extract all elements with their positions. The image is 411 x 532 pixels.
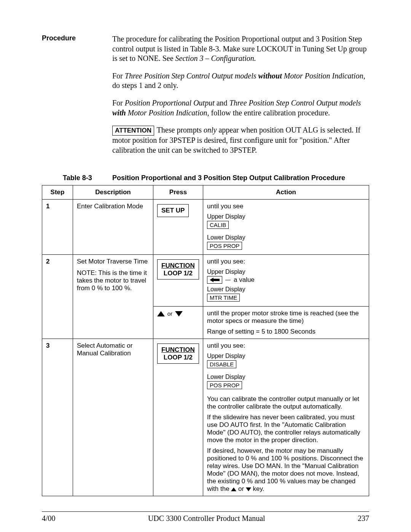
action-cell: until you see: Upper Display a value Low… [203, 255, 369, 307]
button-line2: LOOP 1/2 [164, 354, 193, 361]
function-button-icon: FUNCTION LOOP 1/2 [157, 343, 199, 364]
step-number: 1 [42, 200, 73, 255]
step-empty [42, 307, 73, 339]
calibration-table: Step Description Press Action 1 Enter Ca… [42, 185, 369, 496]
intro-p3: For Position Proportional Output and Thr… [112, 98, 369, 118]
lower-display-label: Lower Display [207, 286, 365, 293]
table-row: 3 Select Automatic or Manual Calibration… [42, 339, 369, 496]
intro-p3-b: Position Proportional Output [125, 99, 215, 107]
intro-p3-e: with [112, 109, 126, 117]
upper-display-value: CALIB [207, 221, 229, 229]
triangle-up-icon [231, 487, 236, 491]
p3-b: or [236, 485, 246, 492]
setup-button-icon: SET UP [157, 204, 189, 217]
desc-line1: Set Motor Traverse Time [77, 258, 149, 265]
until-text: until you see: [207, 342, 365, 350]
table-number: Table 8-3 [63, 174, 112, 182]
p3-a: If desired, however, the motor may be ma… [207, 447, 363, 492]
step-description: Select Automatic or Manual Calibration [73, 339, 153, 496]
action-para-1: You can calibrate the controller output … [207, 395, 365, 411]
intro-p2-b: Three Position Step Control Output model… [125, 72, 258, 80]
action-cell: until you see Upper Display CALIB Lower … [203, 200, 369, 255]
arrow-left-icon [210, 277, 220, 283]
intro-p4-b: only [204, 126, 217, 134]
footer-page-number: 237 [358, 514, 369, 523]
button-line1: FUNCTION [161, 346, 195, 353]
intro-p3-c: and [215, 99, 229, 107]
step-number: 3 [42, 339, 73, 496]
footer-rule [42, 511, 369, 512]
table-header-row: Step Description Press Action [42, 185, 369, 200]
intro-p2-e: do steps 1 and 2 only. [112, 81, 178, 89]
action-para-2: If the slidewire has never been calibrat… [207, 414, 365, 444]
intro-p2-d: Motor Position Indication, [282, 72, 365, 80]
table-row: 1 Enter Calibration Mode SET UP until yo… [42, 200, 369, 255]
upper-display-label: Upper Display [207, 213, 365, 220]
intro-body: The procedure for calibrating the Positi… [112, 34, 369, 163]
intro-p1-ref: Section 3 – Configuration. [175, 54, 256, 62]
until-text: until you see: [207, 258, 365, 265]
upper-display-label: Upper Display [207, 268, 365, 275]
intro-p2-a: For [112, 72, 125, 80]
lower-display-value: POS PROP [207, 381, 242, 389]
or-text: or [167, 310, 172, 317]
table-row: or until the proper motor stroke time is… [42, 307, 369, 339]
triangle-down-icon [175, 311, 183, 316]
attention-box: ATTENTION [112, 126, 154, 136]
step-number: 2 [42, 255, 73, 307]
function-button-icon: FUNCTION LOOP 1/2 [157, 259, 199, 280]
header-step: Step [42, 185, 73, 200]
table-caption: Table 8-3Position Proportional and 3 Pos… [63, 174, 369, 182]
table-row: 2 Set Motor Traverse Time NOTE: This is … [42, 255, 369, 307]
footer-date: 4/00 [42, 514, 56, 523]
desc-note: NOTE: This is the time it takes the moto… [77, 269, 149, 292]
desc-empty [73, 307, 153, 339]
page: Procedure The procedure for calibrating … [0, 0, 411, 532]
press-cell: or [153, 307, 203, 339]
until-text: until you see [207, 203, 365, 210]
press-cell: FUNCTION LOOP 1/2 [153, 255, 203, 307]
intro-p3-d: Three Position Step Control Output model… [229, 99, 361, 107]
page-footer: 4/00 UDC 3300 Controller Product Manual … [42, 514, 369, 532]
lower-display-value: MTR TIME [207, 294, 240, 302]
header-description: Description [73, 185, 153, 200]
value-indicator: a value [207, 276, 365, 284]
footer-title: UDC 3300 Controller Product Manual [148, 514, 265, 523]
intro-row: Procedure The procedure for calibrating … [42, 34, 369, 163]
procedure-heading: Procedure [42, 34, 112, 42]
upper-display-value: DISABLE [207, 360, 236, 368]
lower-display-value: POS PROP [207, 242, 242, 250]
p3-c: key. [251, 485, 264, 492]
svg-marker-0 [210, 278, 220, 282]
step-description: Enter Calibration Mode [73, 200, 153, 255]
lower-display-label: Lower Display [207, 234, 365, 241]
action-cell: until the proper motor stroke time is re… [203, 307, 369, 339]
lower-display-label: Lower Display [207, 374, 365, 380]
header-press: Press [153, 185, 203, 200]
intro-p2-c: without [258, 72, 282, 80]
action-text-1: until the proper motor stroke time is re… [207, 310, 365, 325]
intro-p3-f: Motor Position Indication, [126, 109, 209, 117]
intro-p4: ATTENTION These prompts only appear when… [112, 125, 369, 155]
value-box [207, 276, 222, 284]
action-cell: until you see: Upper Display DISABLE Low… [203, 339, 369, 496]
button-line2: LOOP 1/2 [164, 270, 193, 277]
connector-line [225, 280, 231, 280]
press-cell: FUNCTION LOOP 1/2 [153, 339, 203, 496]
intro-p1: The procedure for calibrating the Positi… [112, 34, 369, 64]
action-text-2: Range of setting = 5 to 1800 Seconds [207, 328, 365, 335]
value-hint: a value [234, 276, 255, 284]
triangle-up-icon [157, 311, 165, 316]
header-action: Action [203, 185, 369, 200]
intro-p4-a: These prompts [155, 126, 204, 134]
triangle-down-icon [246, 487, 251, 491]
step-description: Set Motor Traverse Time NOTE: This is th… [73, 255, 153, 307]
table-title: Position Proportional and 3 Position Ste… [112, 174, 345, 182]
upper-display-label: Upper Display [207, 353, 365, 359]
action-para-3: If desired, however, the motor may be ma… [207, 447, 365, 493]
button-line1: FUNCTION [161, 262, 195, 269]
intro-p2: For Three Position Step Control Output m… [112, 71, 369, 91]
press-cell: SET UP [153, 200, 203, 255]
intro-p3-g: follow the entire calibration procedure. [209, 109, 330, 117]
intro-p3-a: For [112, 99, 125, 107]
